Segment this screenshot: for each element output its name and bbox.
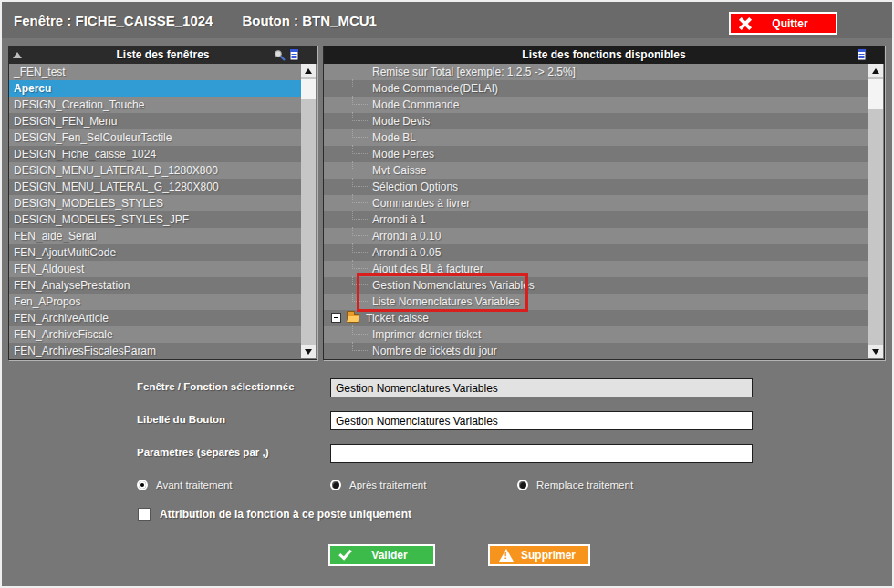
poste-only-checkbox[interactable]: Attribution de la fonction à ce poste un… (138, 508, 411, 521)
delete-button[interactable]: Supprimer (488, 544, 590, 566)
window-list-item[interactable]: Apercu (9, 80, 301, 97)
window-list-item[interactable]: DESIGN_Fiche_caisse_1024 (9, 146, 301, 162)
tree-function-item[interactable]: Arrondi à 1 (324, 211, 868, 228)
checkbox-label: Attribution de la fonction à ce poste un… (160, 508, 411, 521)
form-area: Fenêtre / Fonction sélectionnéeLibellé d… (2, 371, 892, 553)
tree-item-label: Ticket caisse (366, 310, 429, 326)
collapse-minus-icon[interactable] (331, 313, 341, 323)
function-list-scrollbar[interactable] (868, 64, 883, 358)
tree-item-label: Remise sur Total [exemple: 1,2.5 -> 2.5%… (372, 64, 576, 80)
window-list-item[interactable]: DESIGN_MODELES_STYLES_JPF (9, 211, 301, 228)
function-list-panel: Liste des fonctions disponibles Remise s… (323, 46, 885, 360)
window-list-panel: Liste des fenêtres _FEN_testApercuDESIGN… (8, 46, 317, 360)
window-list-item[interactable]: FEN_AnalysePrestation (9, 277, 301, 294)
selected-function-field-label: Fenêtre / Fonction sélectionnée (137, 381, 295, 392)
tree-function-item[interactable]: Mvt Caisse (324, 162, 868, 179)
window-list-item[interactable]: DESIGN_MENU_LATERAL_G_1280X800 (9, 179, 301, 195)
tree-item-label: Imprimer dernier ticket (372, 326, 481, 343)
tree-function-item[interactable]: Mode BL (324, 129, 868, 146)
validate-button[interactable]: Valider (328, 544, 435, 566)
window-list-scrollbar[interactable] (301, 64, 316, 358)
validate-button-label: Valider (351, 549, 428, 562)
tree-function-item[interactable]: Arrondi à 0.05 (324, 244, 868, 261)
tree-item-label: Arrondi à 0.05 (372, 244, 441, 261)
sort-asc-icon[interactable] (13, 52, 22, 58)
window-list-item[interactable]: DESIGN_MENU_LATERAL_D_1280X800 (9, 162, 301, 179)
tree-function-item[interactable]: Nombre de tickets du jour (324, 343, 868, 359)
scrollbar-thumb[interactable] (301, 79, 316, 99)
delete-button-label: Supprimer (514, 549, 583, 562)
tree-function-item[interactable]: Commandes à livrer (324, 195, 868, 211)
window-list-item[interactable]: FEN_aide_Serial (9, 228, 301, 244)
scroll-up-button[interactable] (868, 64, 883, 77)
scroll-down-button[interactable] (868, 345, 883, 358)
tree-connector (352, 211, 368, 220)
tree-function-item[interactable]: Ajout des BL à facturer (324, 261, 868, 277)
tree-folder-item[interactable]: Ticket caisse (324, 310, 868, 326)
selected-function-field[interactable] (330, 378, 753, 397)
button-label-field[interactable] (330, 411, 753, 430)
window-list-item[interactable]: FEN_ArchivesFiscalesParam (9, 343, 301, 359)
tree-function-item[interactable]: Liste Nomenclatures Variables (324, 294, 868, 310)
parameters-field-label: Paramètres (séparés par ,) (137, 447, 268, 458)
radio-avant-traitement[interactable]: Avant traitement (137, 480, 233, 490)
scroll-down-button[interactable] (301, 345, 316, 358)
parameters-field[interactable] (330, 444, 753, 463)
window-list-header: Liste des fenêtres (9, 46, 317, 64)
treatment-radio-group: Avant traitementAprès traitementRemplace… (2, 480, 892, 494)
radio-remplace-traitement[interactable]: Remplace traitement (517, 480, 633, 490)
arrow-up-icon (872, 68, 879, 74)
window-list-item[interactable]: DESIGN_Creation_Touche (9, 97, 301, 113)
tree-function-item[interactable]: Mode Commande (324, 97, 868, 113)
window-list-item[interactable]: DESIGN_MODELES_STYLES (9, 195, 301, 211)
tree-function-item[interactable]: Mode Devis (324, 113, 868, 129)
tree-connector (352, 161, 368, 170)
radio-icon[interactable] (137, 480, 148, 490)
tree-function-item[interactable]: Imprimer dernier ticket (324, 326, 868, 343)
radio-icon[interactable] (517, 480, 528, 490)
quit-button[interactable]: Quitter (729, 12, 837, 35)
search-icon[interactable] (274, 49, 286, 61)
radio-label: Remplace traitement (536, 480, 633, 490)
scrollbar-thumb[interactable] (868, 79, 883, 109)
tree-item-label: Ajout des BL à facturer (372, 261, 483, 277)
radio-apres-traitement[interactable]: Après traitement (330, 480, 426, 490)
tree-function-item[interactable]: Sélection Options (324, 179, 868, 195)
table-icon[interactable] (856, 48, 867, 61)
tree-connector (352, 260, 368, 269)
window-list-item[interactable]: DESIGN_Fen_SelCouleurTactile (9, 129, 301, 146)
arrow-down-icon (872, 349, 879, 355)
window-list-item[interactable]: FEN_ArchiveArticle (9, 310, 301, 326)
tree-function-item[interactable]: Remise sur Total [exemple: 1,2.5 -> 2.5%… (324, 64, 868, 80)
title-button-name: Bouton : BTN_MCU1 (242, 13, 376, 28)
x-icon (739, 17, 752, 30)
window-list-item[interactable]: DESIGN_FEN_Menu (9, 113, 301, 129)
radio-icon[interactable] (330, 480, 341, 490)
function-list-title: Liste des fonctions disponibles (522, 48, 685, 61)
tree-function-item[interactable]: Mode Pertes (324, 146, 868, 162)
tree-item-label: Mvt Caisse (372, 162, 426, 179)
tree-item-label: Nombre de tickets du jour (372, 343, 497, 359)
window-list-title: Liste des fenêtres (116, 48, 209, 61)
tree-connector (352, 276, 368, 285)
tree-connector (352, 194, 368, 203)
tree-connector (352, 96, 368, 105)
tree-connector (352, 243, 368, 253)
window-list-item[interactable]: FEN_Aldouest (9, 261, 301, 277)
window-list-item[interactable]: FEN_AjoutMultiCode (9, 244, 301, 261)
tree-function-item[interactable]: Mode Commande(DELAI) (324, 80, 868, 97)
table-icon[interactable] (288, 48, 299, 61)
window-list-item[interactable]: FEN_ArchiveFiscale (9, 326, 301, 343)
scroll-up-button[interactable] (301, 64, 316, 77)
title-window-name: Fenêtre : FICHE_CAISSE_1024 (14, 13, 213, 28)
tree-function-item[interactable]: Arrondi à 0.10 (324, 228, 868, 244)
tree-item-label: Mode BL (372, 129, 416, 146)
window-list-item[interactable]: Fen_APropos (9, 294, 301, 310)
window-list-item[interactable]: _FEN_test (9, 64, 301, 80)
tree-function-item[interactable]: Gestion Nomenclatures Variables (324, 277, 868, 294)
button-label-field-label: Libellé du Bouton (137, 414, 225, 425)
checkbox-icon[interactable] (138, 508, 151, 521)
button-config-window: Fenêtre : FICHE_CAISSE_1024 Bouton : BTN… (0, 0, 894, 588)
tree-item-label: Commandes à livrer (372, 195, 470, 211)
radio-label: Après traitement (349, 480, 426, 490)
